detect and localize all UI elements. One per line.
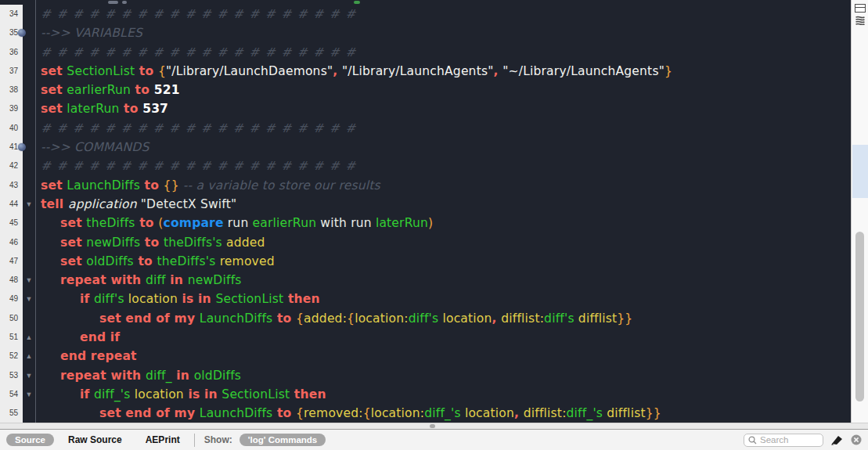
code-token: SectionList bbox=[215, 292, 283, 306]
line-number: 47 bbox=[0, 252, 23, 271]
code-editor[interactable]: 34####################35-->> VARIABLES36… bbox=[0, 0, 851, 423]
code-line: 48▼repeat with diff in newDiffs bbox=[0, 271, 851, 290]
code-token: earlierRun bbox=[253, 216, 317, 230]
fold-toggle-icon[interactable]: ▲ bbox=[26, 333, 33, 341]
fold-column bbox=[23, 176, 36, 195]
search-input[interactable] bbox=[760, 435, 819, 445]
code-token: location bbox=[465, 406, 514, 420]
code-token: location: bbox=[371, 406, 425, 420]
code-token: newDiffs bbox=[188, 273, 242, 287]
code-line: 46set newDiffs to theDiffs's added bbox=[0, 233, 851, 252]
code-token: LaunchDiffs bbox=[200, 406, 273, 420]
code-token: compare bbox=[164, 216, 224, 230]
code-text: set newDiffs to theDiffs's added bbox=[36, 233, 851, 252]
toolbar-divider bbox=[194, 434, 195, 447]
code-token: "~/Library/LaunchAgents" bbox=[502, 64, 665, 78]
tab-raw-source[interactable]: Raw Source bbox=[65, 433, 125, 447]
code-text: #################### bbox=[36, 43, 851, 62]
code-text: -->> VARIABLES bbox=[36, 23, 851, 42]
code-token: 537 bbox=[142, 102, 168, 116]
code-token: #################### bbox=[41, 45, 362, 59]
code-token: set bbox=[41, 83, 67, 97]
fold-column bbox=[23, 5, 36, 23]
code-token: "/Library/LaunchDaemons" bbox=[166, 64, 333, 78]
pane-splitter[interactable] bbox=[0, 423, 868, 429]
code-token: { bbox=[347, 311, 355, 326]
code-token: diff_'s bbox=[94, 387, 131, 401]
fold-toggle-icon[interactable]: ▲ bbox=[26, 352, 33, 360]
code-line: 41-->> COMMANDS bbox=[0, 138, 851, 157]
code-line: 45set theDiffs to (compare run earlierRu… bbox=[0, 214, 851, 232]
code-token: diff bbox=[146, 273, 166, 287]
scrollbar-header bbox=[852, 2, 868, 26]
marker-dot-icon[interactable] bbox=[18, 143, 26, 151]
code-line: 36#################### bbox=[0, 43, 851, 62]
code-rows: 34####################35-->> VARIABLES36… bbox=[0, 0, 851, 423]
code-token: if bbox=[80, 292, 94, 306]
eraser-icon[interactable] bbox=[830, 434, 844, 445]
code-text: if diff_'s location is in SectionList th… bbox=[36, 385, 851, 404]
clipped-text-artifact bbox=[108, 1, 118, 4]
code-token: location bbox=[135, 387, 184, 401]
line-number: 37 bbox=[0, 62, 23, 81]
fold-column bbox=[23, 157, 36, 175]
code-token: } bbox=[665, 64, 672, 78]
scrollbar-thumb[interactable] bbox=[855, 232, 864, 401]
splitter-handle[interactable] bbox=[430, 424, 435, 428]
search-field[interactable] bbox=[744, 434, 823, 447]
line-number: 55 bbox=[0, 404, 23, 423]
log-commands-filter-button[interactable]: 'log' Commands bbox=[240, 434, 326, 446]
fold-toggle-icon[interactable]: ▼ bbox=[26, 372, 33, 380]
code-text: end repeat bbox=[36, 347, 851, 365]
code-line: 40#################### bbox=[0, 119, 851, 138]
code-token: to bbox=[119, 102, 142, 116]
marker-dot-icon[interactable] bbox=[18, 29, 26, 37]
code-token: , bbox=[333, 64, 342, 78]
code-token: #################### bbox=[41, 7, 362, 21]
fold-column: ▲ bbox=[23, 328, 36, 347]
marker-list-icon[interactable] bbox=[855, 14, 866, 23]
line-number: 51 bbox=[0, 328, 23, 347]
code-token: oldDiffs bbox=[86, 254, 133, 268]
code-token: earlierRun bbox=[67, 83, 131, 97]
code-line: 54▼if diff_'s location is in SectionList… bbox=[0, 385, 851, 404]
code-line: 52▲end repeat bbox=[0, 347, 851, 365]
code-token: added: bbox=[304, 311, 347, 326]
line-number: 52 bbox=[0, 347, 23, 365]
code-token: in bbox=[166, 273, 188, 287]
fold-toggle-icon[interactable]: ▼ bbox=[26, 200, 33, 208]
code-token: if bbox=[80, 387, 94, 401]
code-token: newDiffs bbox=[86, 236, 140, 250]
code-token: is in bbox=[178, 292, 215, 306]
toolbar-right-group bbox=[744, 434, 862, 447]
fold-column: ▼ bbox=[23, 290, 36, 308]
code-token: to bbox=[131, 83, 154, 97]
split-view-icon[interactable] bbox=[855, 2, 866, 12]
code-token: set bbox=[60, 254, 86, 268]
editor-pane: 34####################35-->> VARIABLES36… bbox=[0, 0, 868, 423]
clear-button[interactable] bbox=[851, 434, 862, 445]
code-line: 42#################### bbox=[0, 157, 851, 175]
code-line: 47set oldDiffs to theDiffs's removed bbox=[0, 252, 851, 271]
code-token: -->> COMMANDS bbox=[41, 140, 149, 154]
fold-toggle-icon[interactable]: ▼ bbox=[26, 295, 33, 303]
line-number: 42 bbox=[0, 157, 23, 175]
fold-toggle-icon[interactable]: ▼ bbox=[26, 276, 33, 284]
vertical-scrollbar[interactable] bbox=[851, 0, 868, 423]
code-token: ) bbox=[428, 216, 433, 230]
code-token: laterRun bbox=[67, 102, 119, 116]
fold-column: ▼ bbox=[23, 366, 36, 385]
code-token: -- a variable to store our results bbox=[179, 178, 380, 193]
code-text: set earlierRun to 521 bbox=[36, 81, 851, 99]
fold-toggle-icon[interactable]: ▼ bbox=[26, 391, 33, 398]
code-token: LaunchDiffs bbox=[67, 178, 140, 193]
code-token: end if bbox=[80, 330, 120, 344]
code-token: , bbox=[514, 406, 524, 420]
tab-source[interactable]: Source bbox=[6, 434, 54, 446]
code-token: oldDiffs bbox=[194, 369, 241, 383]
code-token: diff_'s bbox=[567, 406, 603, 420]
code-token: #################### bbox=[41, 121, 362, 135]
code-token: {} bbox=[164, 178, 179, 193]
line-number: 48 bbox=[0, 271, 23, 290]
tab-aeprint[interactable]: AEPrint bbox=[142, 433, 183, 447]
